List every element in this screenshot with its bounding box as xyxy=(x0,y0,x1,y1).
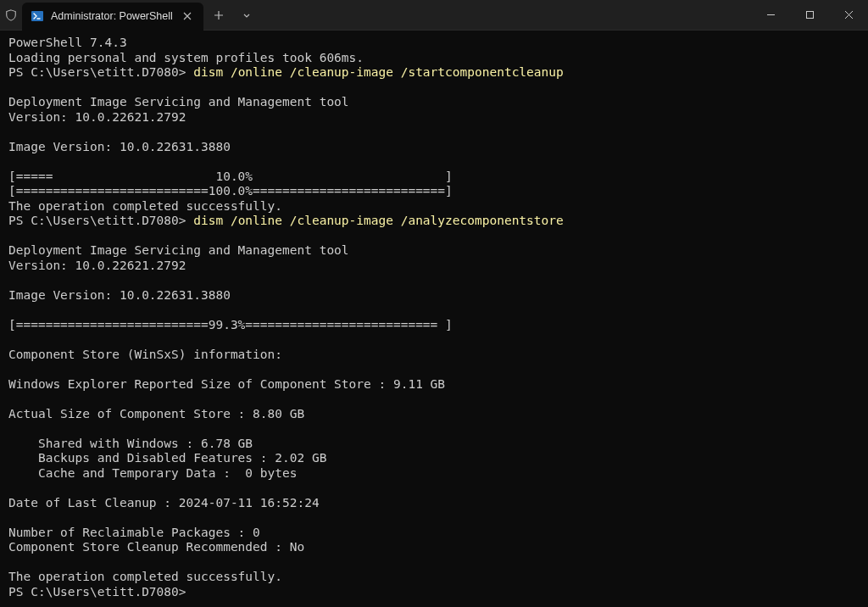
output-line: Windows Explorer Reported Size of Compon… xyxy=(8,377,445,391)
output-line: Version: 10.0.22621.2792 xyxy=(8,110,186,124)
output-line: Version: 10.0.22621.2792 xyxy=(8,259,186,272)
tab-title: Administrator: PowerShell xyxy=(51,10,173,22)
output-line: [==========================100.0%=======… xyxy=(8,184,453,198)
tab-dropdown-button[interactable] xyxy=(234,0,259,31)
command: dism /online /cleanup-image /analyzecomp… xyxy=(193,214,564,227)
output-line: Image Version: 10.0.22631.3880 xyxy=(8,288,231,302)
prompt: PS C:\Users\etitt.D7080> xyxy=(8,214,193,227)
output-line: Backups and Disabled Features : 2.02 GB xyxy=(8,451,326,465)
terminal-output[interactable]: PowerShell 7.4.3 Loading personal and sy… xyxy=(0,31,868,607)
output-line: Component Store Cleanup Recommended : No xyxy=(8,540,304,554)
titlebar-left: Administrator: PowerShell xyxy=(0,0,259,30)
output-line: Shared with Windows : 6.78 GB xyxy=(8,437,253,450)
output-line: The operation completed successfully. xyxy=(8,570,282,583)
tab-active[interactable]: Administrator: PowerShell xyxy=(22,3,203,31)
window-controls xyxy=(751,0,868,30)
output-line: Cache and Temporary Data : 0 bytes xyxy=(8,466,297,480)
output-line: Loading personal and system profiles too… xyxy=(8,51,364,64)
output-line: The operation completed successfully. xyxy=(8,199,282,213)
tab-close-button[interactable] xyxy=(180,8,195,24)
output-line: Number of Reclaimable Packages : 0 xyxy=(8,526,260,539)
output-line: PowerShell 7.4.3 xyxy=(8,36,127,49)
minimize-button[interactable] xyxy=(751,0,790,31)
titlebar: Administrator: PowerShell xyxy=(0,0,868,31)
svg-rect-1 xyxy=(806,12,813,19)
output-line: Actual Size of Component Store : 8.80 GB xyxy=(8,407,304,420)
output-line: Deployment Image Servicing and Managemen… xyxy=(8,95,349,109)
close-button[interactable] xyxy=(829,0,868,31)
prompt: PS C:\Users\etitt.D7080> xyxy=(8,65,193,79)
command: dism /online /cleanup-image /startcompon… xyxy=(193,65,564,79)
output-line: [===== 10.0% ] xyxy=(8,170,453,183)
prompt: PS C:\Users\etitt.D7080> xyxy=(8,585,186,599)
new-tab-button[interactable] xyxy=(203,0,234,31)
output-line: Image Version: 10.0.22631.3880 xyxy=(8,140,231,153)
output-line: Component Store (WinSxS) information: xyxy=(8,348,282,361)
maximize-button[interactable] xyxy=(790,0,829,31)
output-line: [==========================99.3%========… xyxy=(8,318,453,331)
svg-rect-0 xyxy=(31,11,43,21)
powershell-icon xyxy=(31,9,44,23)
output-line: Date of Last Cleanup : 2024-07-11 16:52:… xyxy=(8,496,320,510)
output-line: Deployment Image Servicing and Managemen… xyxy=(8,243,349,257)
shield-icon xyxy=(0,0,22,31)
